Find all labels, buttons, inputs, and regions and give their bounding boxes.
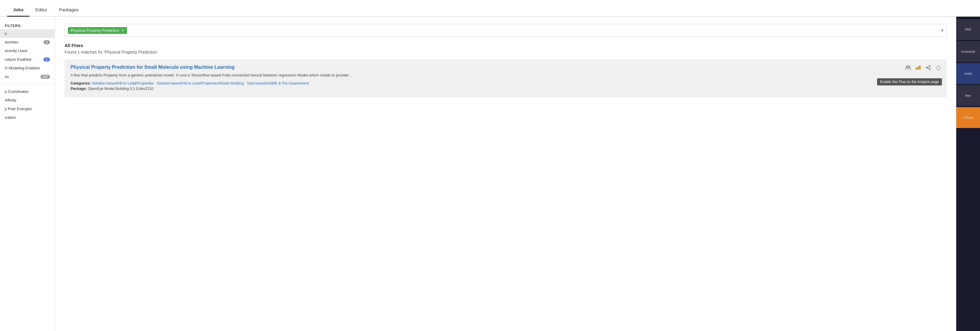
right-panel: PDF ocuments ovies ther n Shots [956, 17, 980, 331]
right-panel-shots[interactable]: n Shots [956, 107, 980, 128]
svg-point-1 [908, 66, 910, 68]
categories-label: Categories: [70, 81, 91, 86]
category-link-0[interactable]: Solution-based/Hit to Lead/Properties [92, 81, 154, 86]
right-panel-movies-label: ovies [963, 71, 973, 76]
svg-point-6 [926, 67, 928, 68]
tab-packages[interactable]: Packages [53, 3, 84, 17]
right-panel-shots-label: n Shots [961, 115, 975, 120]
top-nav: Jobs Editor Packages [0, 0, 980, 17]
right-panel-documents[interactable]: ocuments [956, 41, 980, 62]
svg-line-8 [928, 66, 929, 67]
right-panel-movies[interactable]: ovies [956, 63, 980, 84]
results-count: Found 1 matches for 'Physical Property P… [65, 50, 947, 54]
sidebar-item-affinity[interactable]: Affinity [0, 96, 55, 105]
svg-rect-4 [919, 65, 921, 70]
sidebar: FILTERS: s avorites 3 ecently Used nalyz… [0, 17, 55, 331]
content-area: Physical Property Prediction × ▾ All Flo… [55, 17, 956, 331]
floe-categories: Categories: Solution-based/Hit to Lead/P… [70, 81, 941, 86]
sidebar-item-favorites[interactable]: avorites 3 [0, 38, 55, 46]
sidebar-badge-analyze-enabled: 1 [43, 57, 50, 62]
sidebar-item-modeling-enabled-label: D Modeling Enabled [5, 66, 40, 70]
sidebar-item-es[interactable]: es 360 [0, 72, 55, 81]
right-panel-pdf[interactable]: PDF [956, 19, 980, 40]
sidebar-item-es-label: es [5, 75, 9, 79]
svg-line-9 [928, 68, 929, 69]
category-link-1[interactable]: Solution-based/Hit to Lead/Properties/Mo… [157, 81, 244, 86]
filter-tag-label: Physical Property Prediction [71, 28, 119, 33]
card-actions: Enable this Floe on the Analyze page [904, 64, 942, 71]
sidebar-item-analyze-enabled[interactable]: nalyze Enabled 1 [0, 55, 55, 64]
share-icon[interactable] [925, 64, 932, 71]
package-label: Package: [70, 87, 87, 91]
package-value: OpenEye Model Building 0.1.0.dev2210 [88, 87, 153, 91]
sidebar-item-location-label: ication [5, 115, 16, 120]
sidebar-item-free-energies[interactable]: y Free Energies [0, 105, 55, 113]
svg-point-7 [929, 68, 930, 70]
right-panel-other-label: ther [964, 93, 972, 98]
sidebar-item-all-label: s [5, 31, 7, 36]
sidebar-item-all[interactable]: s [0, 29, 55, 38]
floe-package: Package: OpenEye Model Building 0.1.0.de… [70, 87, 941, 91]
floe-card: Enable this Floe on the Analyze page Phy… [65, 59, 947, 97]
right-panel-documents-label: ocuments [960, 49, 977, 54]
filter-tag-close-button[interactable]: × [122, 28, 124, 32]
section-title: All Floes [65, 43, 947, 48]
sidebar-item-coordinates-label: y Coordinates [5, 89, 29, 94]
floe-title[interactable]: Physical Property Prediction for Small M… [70, 65, 941, 70]
svg-rect-3 [918, 66, 919, 70]
sidebar-filters-title: FILTERS: [0, 21, 55, 29]
tab-editor[interactable]: Editor [29, 3, 53, 17]
right-panel-pdf-label: PDF [964, 27, 972, 32]
tooltip-analyze-page: Enable this Floe on the Analyze page [877, 78, 942, 86]
svg-point-5 [929, 65, 930, 67]
sidebar-item-coordinates[interactable]: y Coordinates [0, 87, 55, 96]
sidebar-item-favorites-label: avorites [5, 40, 18, 45]
category-link-2[interactable]: Task-based/ADME & Tox Assessment [247, 81, 309, 86]
sidebar-badge-es: 360 [40, 75, 50, 79]
filter-bar: Physical Property Prediction × ▾ [65, 24, 947, 37]
svg-point-0 [906, 66, 908, 68]
filter-dropdown-arrow[interactable]: ▾ [941, 28, 943, 33]
svg-rect-2 [916, 68, 917, 70]
sidebar-item-analyze-enabled-label: nalyze Enabled [5, 57, 31, 62]
floe-description: A floe that predicts Property from a gen… [70, 72, 941, 78]
svg-marker-10 [936, 65, 941, 70]
tab-jobs[interactable]: Jobs [7, 3, 29, 17]
sidebar-item-location[interactable]: ication [0, 113, 55, 122]
sidebar-item-free-energies-label: y Free Energies [5, 107, 32, 111]
sidebar-badge-favorites: 3 [43, 40, 50, 45]
sidebar-item-affinity-label: Affinity [5, 98, 16, 102]
sidebar-item-recently-used-label: ecently Used [5, 49, 27, 53]
chart-icon[interactable] [915, 64, 922, 71]
star-icon[interactable] [935, 64, 942, 71]
sidebar-item-modeling-enabled[interactable]: D Modeling Enabled [0, 64, 55, 72]
right-panel-other[interactable]: ther [956, 85, 980, 106]
main-layout: FILTERS: s avorites 3 ecently Used nalyz… [0, 17, 980, 331]
sidebar-item-recently-used[interactable]: ecently Used [0, 46, 55, 55]
group-icon[interactable] [904, 64, 912, 71]
filter-tag-physical-property[interactable]: Physical Property Prediction × [68, 27, 127, 34]
